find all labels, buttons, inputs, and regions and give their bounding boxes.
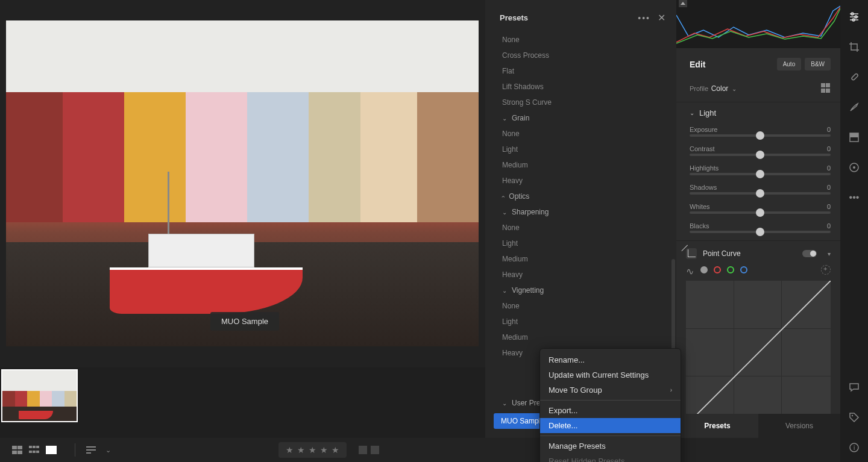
rating-stars[interactable]: ★ ★ ★ ★ ★ [278,442,347,458]
photo-canvas[interactable] [6,20,479,346]
slider-thumb[interactable] [756,228,764,236]
preset-item[interactable]: Light [485,236,676,251]
preset-item[interactable]: None [485,298,676,314]
slider-highlights[interactable] [690,173,831,175]
slider-thumb[interactable] [756,189,764,198]
preset-group-sharpening[interactable]: ⌄Sharpening [485,204,676,220]
ctx-export[interactable]: Export... [540,403,681,418]
expand-icon[interactable]: ▾ [828,251,831,257]
preset-item[interactable]: Medium [485,251,676,267]
channel-blue-icon[interactable] [740,266,747,273]
preset-item[interactable]: Heavy [485,267,676,283]
slider-blacks[interactable] [690,231,831,233]
star-3-icon[interactable]: ★ [309,445,316,455]
preset-group-vignetting[interactable]: ⌄Vignetting [485,283,676,298]
slider-thumb[interactable] [756,151,764,159]
sort-icon[interactable] [86,446,97,454]
ctx-manage[interactable]: Manage Presets [540,439,681,454]
slider-value: 0 [827,184,831,191]
slider-value: 0 [827,145,831,152]
star-5-icon[interactable]: ★ [332,445,339,455]
star-1-icon[interactable]: ★ [286,445,294,455]
chevron-right-icon: › [670,387,672,393]
slider-thumb[interactable] [756,131,764,140]
preset-item[interactable]: Light [485,314,676,329]
profile-dropdown[interactable]: Color⌄ [711,84,737,93]
sort-dropdown-icon[interactable]: ⌄ [105,446,111,454]
slider-whites[interactable] [690,211,831,214]
preset-item[interactable]: Light [485,142,676,157]
preset-item[interactable]: Flat [485,63,676,79]
svg-line-0 [686,281,831,425]
slider-contrast[interactable] [690,154,831,156]
preset-item[interactable]: Medium [485,329,676,345]
slider-exposure[interactable] [690,134,831,137]
preset-group-grain[interactable]: ⌄Grain [485,110,676,126]
star-4-icon[interactable]: ★ [320,445,328,455]
separator [540,435,681,436]
channel-green-icon[interactable] [727,266,734,273]
tab-presets[interactable]: Presets [676,414,758,438]
preset-item[interactable]: Strong S Curve [485,95,676,110]
preset-item[interactable]: None [485,126,676,142]
channel-luma-icon[interactable] [700,266,708,273]
linear-gradient-icon[interactable] [848,131,860,143]
slider-value: 0 [827,222,831,229]
preset-item[interactable]: Cross Process [485,48,676,63]
star-2-icon[interactable]: ★ [297,445,305,455]
presets-close-icon[interactable]: ✕ [658,12,665,23]
keywords-icon[interactable] [848,411,860,423]
thumbnail-selected[interactable] [1,369,78,422]
slider-thumb[interactable] [756,208,764,217]
flag-reject-icon[interactable] [371,446,379,454]
edit-sliders-icon[interactable] [848,11,860,23]
info-icon[interactable]: i [848,442,860,454]
chevron-down-icon: ⌄ [732,86,737,92]
preset-item[interactable]: Heavy [485,173,676,189]
more-icon[interactable]: ••• [848,192,860,204]
preset-item[interactable]: None [485,32,676,48]
flag-pick-icon[interactable] [359,446,367,454]
comments-icon[interactable] [848,381,860,393]
light-section-header[interactable]: ⌄Light [690,108,831,117]
ctx-rename[interactable]: Rename... [540,352,681,367]
tab-versions[interactable]: Versions [758,414,840,438]
slider-shadows[interactable] [690,192,831,195]
preset-item[interactable]: Lift Shadows [485,79,676,95]
view-single-icon[interactable] [46,446,57,454]
crop-icon[interactable] [848,41,860,53]
auto-button[interactable]: Auto [777,58,802,70]
ctx-move[interactable]: Move To Group› [540,382,681,398]
preset-item[interactable]: None [485,220,676,236]
chevron-down-icon: ⌄ [502,209,507,216]
svg-rect-7 [851,73,858,81]
separator [540,400,681,401]
channel-red-icon[interactable] [714,266,721,273]
brush-icon[interactable] [848,101,860,113]
svg-point-11 [853,166,855,169]
ctx-update[interactable]: Update with Current Settings [540,367,681,382]
slider-label: Highlights [690,164,719,172]
slider-thumb[interactable] [756,170,764,178]
healing-icon[interactable] [848,71,860,83]
right-tool-rail: ••• i [840,0,868,462]
preset-item[interactable]: Medium [485,157,676,173]
tone-curve[interactable] [686,281,831,425]
preset-group-optics[interactable]: ›Optics [485,189,676,204]
parametric-icon[interactable]: ∿ [686,266,694,274]
radial-gradient-icon[interactable] [848,161,860,173]
edit-title: Edit [690,60,705,69]
divider [75,443,75,457]
histogram[interactable] [676,0,840,48]
ctx-delete[interactable]: Delete... [540,418,681,433]
presets-more-icon[interactable]: ••• [638,13,650,23]
point-curve-toggle[interactable] [802,250,817,257]
edit-panel: Edit Auto B&W Profile Color⌄ ⌄Light Expo… [676,0,840,438]
view-grid-small-icon[interactable] [29,446,40,454]
bw-button[interactable]: B&W [805,58,831,70]
view-grid-large-icon[interactable] [12,446,23,454]
target-adjust-icon[interactable] [821,265,831,275]
chevron-down-icon: ⌄ [502,115,507,122]
slider-value: 0 [827,164,831,172]
profile-browser-icon[interactable] [821,83,831,93]
